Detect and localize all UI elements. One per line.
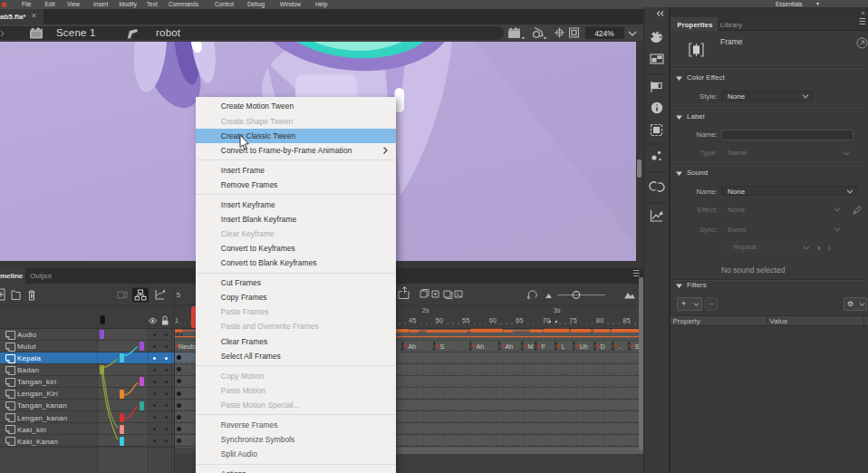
svg-text:D: D [601, 343, 605, 351]
svg-text:424%: 424% [594, 28, 614, 37]
svg-text:Ah: Ah [506, 343, 514, 351]
svg-text:L: L [562, 343, 565, 351]
svg-text:Ah: Ah [477, 343, 485, 351]
svg-text:Uh: Uh [580, 343, 588, 351]
svg-text:F: F [542, 343, 546, 351]
svg-text:Ah: Ah [409, 343, 417, 351]
svg-text:M: M [528, 343, 534, 351]
svg-text:..: .. [619, 343, 622, 351]
svg-text:S: S [440, 343, 445, 351]
